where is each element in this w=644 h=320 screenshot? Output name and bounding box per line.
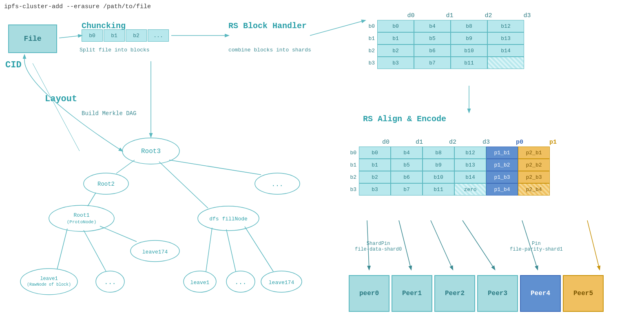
peer3-box: Peer3: [477, 275, 518, 312]
command-line: ipfs-cluster-add --erasure /path/to/file: [4, 3, 151, 10]
svg-line-40: [57, 229, 67, 269]
svg-text:leave1: leave1: [190, 280, 210, 286]
svg-line-36: [169, 160, 261, 175]
svg-line-9: [587, 220, 600, 269]
svg-point-15: [255, 173, 300, 194]
svg-point-22: [131, 240, 179, 262]
svg-line-42: [206, 228, 212, 271]
svg-line-2: [310, 20, 365, 36]
blocks-row: b0 b1 b2 ...: [82, 29, 169, 42]
svg-line-39: [100, 226, 137, 242]
svg-line-35: [116, 160, 135, 173]
peer4-box: Peer4: [520, 275, 561, 312]
cid-label: CID: [5, 60, 22, 70]
svg-text:dfs fillNode: dfs fillNode: [209, 216, 248, 222]
svg-text:leave1: leave1: [40, 276, 58, 282]
svg-point-17: [49, 205, 114, 231]
peers-row: peer0 Peer1 Peer2 Peer3 Peer4 Peer5: [349, 275, 604, 312]
bottom-col-d2: d2: [436, 139, 469, 146]
bottom-col-p0: p0: [503, 139, 536, 146]
svg-text:...: ...: [272, 181, 283, 188]
svg-point-29: [184, 271, 216, 292]
block-dots: ...: [148, 29, 169, 42]
top-grid-headers: d0 d1 d2 d3: [392, 12, 636, 19]
svg-text:Root3: Root3: [141, 148, 161, 155]
svg-text:...: ...: [104, 279, 116, 286]
svg-line-7: [463, 220, 495, 269]
rs-handler-label: RS Block Handler: [228, 21, 307, 31]
pin-label: Pinfile-parity-shard1: [510, 241, 563, 252]
svg-text:...: ...: [235, 279, 247, 286]
svg-line-37: [88, 193, 96, 206]
peer0-box: peer0: [349, 275, 389, 312]
split-label: Split file into blocks: [80, 47, 150, 53]
bottom-col-p1: p1: [536, 139, 570, 146]
svg-text:(ProtoNode): (ProtoNode): [67, 220, 97, 224]
svg-text:(RawNode of block): (RawNode of block): [27, 282, 71, 287]
bottom-grid-cols: b0 b1 b2 b3 b4 b5 b6 b7 b8 b9 b10 b1: [359, 147, 550, 196]
combine-label: combine blocks into shards: [228, 47, 311, 53]
bottom-grid: d0 d1 d2 d3 p0 p1 b0 b1 b2 b3 b0 b1 b2 b…: [347, 139, 570, 196]
svg-text:Root1: Root1: [73, 212, 89, 218]
build-merkle-label: Build Merkle DAG: [82, 110, 136, 117]
svg-line-0: [59, 36, 82, 38]
top-col-d1: d1: [430, 12, 469, 19]
block-b2: b2: [126, 29, 147, 42]
svg-line-6: [431, 220, 453, 269]
peer5-box: Peer5: [563, 275, 604, 312]
svg-point-24: [20, 269, 77, 295]
svg-line-44: [245, 227, 273, 271]
svg-point-27: [96, 271, 124, 292]
svg-line-43: [226, 229, 236, 271]
svg-text:Root2: Root2: [97, 181, 115, 187]
file-box: File: [8, 24, 57, 53]
shard-pin-label: ShardPinfile-data-shard0: [355, 241, 402, 252]
bottom-grid-headers: d0 d1 d2 d3 p0 p1: [369, 139, 570, 146]
bottom-col-d0: d0: [369, 139, 403, 146]
top-grid: d0 d1 d2 d3 b0 b1 b2 b3 b0 b1 b2 b3: [363, 12, 636, 69]
rs-align-label: RS Align & Encode: [363, 114, 446, 124]
peer2-box: Peer2: [434, 275, 475, 312]
layout-label: Layout: [45, 94, 77, 104]
svg-line-41: [84, 230, 106, 271]
svg-line-46: [33, 63, 80, 151]
svg-point-31: [226, 271, 255, 292]
top-grid-body: b0 b1 b2 b3 b0 b1 b2 b3 b4 b5 b6 b7: [363, 20, 636, 69]
bottom-col-d3: d3: [469, 139, 503, 146]
svg-text:leave174: leave174: [142, 249, 168, 255]
bottom-col-d1: d1: [403, 139, 436, 146]
block-b1: b1: [104, 29, 125, 42]
block-b0: b0: [82, 29, 103, 42]
top-row-labels: b0 b1 b2 b3: [363, 20, 377, 69]
svg-point-33: [261, 271, 302, 292]
svg-point-13: [84, 173, 128, 194]
svg-line-38: [159, 162, 208, 208]
svg-point-11: [122, 138, 179, 164]
bottom-row-labels: b0 b1 b2 b3: [347, 147, 359, 196]
top-col-d3: d3: [508, 12, 547, 19]
svg-text:leave174: leave174: [269, 280, 294, 286]
svg-point-20: [198, 206, 259, 231]
top-col-d2: d2: [469, 12, 508, 19]
top-grid-cols: b0 b1 b2 b3 b4 b5 b6 b7 b8 b9 b10 b11: [377, 20, 524, 69]
bottom-grid-body: b0 b1 b2 b3 b0 b1 b2 b3 b4 b5 b6 b7: [347, 147, 570, 196]
peer1-box: Peer1: [392, 275, 432, 312]
top-col-d0: d0: [392, 12, 430, 19]
diagram: ipfs-cluster-add --erasure /path/to/file…: [0, 0, 644, 320]
